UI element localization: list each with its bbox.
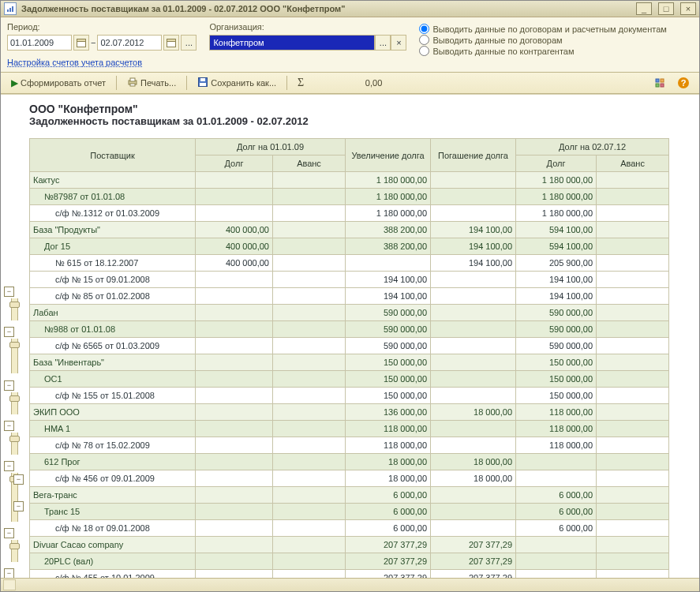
table-row[interactable]: №87987 от 01.01.081 180 000,001 180 000,… <box>30 189 669 205</box>
titlebar: Задолженность поставщикам за 01.01.2009 … <box>1 1 699 17</box>
collapse-toggle[interactable]: − <box>4 461 14 471</box>
params-panel: Период: 01.01.2009 − 02.07.2012 ... Орга… <box>1 17 699 58</box>
table-row[interactable]: ЭКИП ООО136 000,0018 000,00118 000,00 <box>30 404 669 421</box>
accounts-config-link[interactable]: Настройка счетов учета расчетов <box>7 58 142 67</box>
date-dash: − <box>91 38 95 47</box>
sum-display: 0,00 <box>311 78 388 88</box>
radio-by-counterparties-input[interactable] <box>419 46 429 56</box>
period-more-button[interactable]: ... <box>181 35 197 51</box>
table-row[interactable]: №988 от 01.01.08590 000,00590 000,00 <box>30 321 669 338</box>
table-row[interactable]: Вега-транс6 000,006 000,00 <box>30 487 669 504</box>
outline-thumb[interactable] <box>9 395 20 402</box>
col-debt-start: Долг на 01.01.09 <box>196 139 346 155</box>
report-body: ООО "Конфетпром" Задолженность поставщик… <box>1 95 699 578</box>
org-clear-button[interactable]: × <box>391 35 406 51</box>
save-button[interactable]: Сохранить как... <box>192 74 282 92</box>
radio-by-docs-input[interactable] <box>419 24 429 34</box>
table-row[interactable]: с/ф № 85 от 01.02.2008194 100,00194 100,… <box>30 288 669 305</box>
toolbar-sep <box>186 76 187 90</box>
outline-thumb[interactable] <box>9 436 20 442</box>
settings-icon <box>654 77 665 88</box>
date-to-input[interactable]: 02.07.2012 <box>97 35 162 51</box>
table-row[interactable]: Дог 15400 000,00388 200,00194 100,00594 … <box>30 238 669 255</box>
table-row[interactable]: HMA 1118 000,00118 000,00 <box>30 421 669 437</box>
collapse-toggle[interactable]: − <box>13 474 24 485</box>
collapse-toggle[interactable]: − <box>4 528 14 538</box>
report-viewport[interactable]: ООО "Конфетпром" Задолженность поставщик… <box>1 94 699 578</box>
org-label: Организация: <box>209 22 406 32</box>
outline-thumb[interactable] <box>9 342 20 348</box>
table-row[interactable]: с/ф № 6565 от 01.03.2009590 000,00590 00… <box>30 338 669 354</box>
app-icon <box>4 2 17 15</box>
table-row[interactable]: Транс 156 000,006 000,00 <box>30 504 669 520</box>
table-row[interactable]: с/ф № 18 от 09.01.20086 000,006 000,00 <box>30 520 669 537</box>
org-input[interactable]: Конфетпром <box>209 35 375 51</box>
report-table: Поставщик Долг на 01.01.09 Увеличение до… <box>29 138 669 578</box>
help-icon: ? <box>678 77 689 88</box>
run-report-button[interactable]: ▶ Сформировать отчет <box>6 74 111 92</box>
collapse-toggle[interactable]: − <box>4 327 14 337</box>
radio-by-contracts[interactable]: Выводить данные по договорам <box>419 35 666 45</box>
collapse-toggle[interactable]: − <box>13 501 24 511</box>
svg-rect-14 <box>661 79 664 82</box>
collapse-toggle[interactable]: − <box>4 287 14 297</box>
radio-by-docs[interactable]: Выводить данные по договорам и расчетным… <box>419 24 666 34</box>
col-debt-end-adv: Аванс <box>597 155 669 172</box>
col-debt-start-adv: Аванс <box>273 155 346 172</box>
col-debt-start-debt: Долг <box>196 155 273 172</box>
table-row[interactable]: База "Продукты"400 000,00388 200,00194 1… <box>30 222 669 238</box>
config-link-row: Настройка счетов учета расчетов <box>1 58 699 72</box>
table-row[interactable]: Кактус1 180 000,001 180 000,00 <box>30 172 669 189</box>
svg-rect-4 <box>77 39 86 42</box>
minimize-button[interactable]: _ <box>636 2 652 15</box>
table-row[interactable]: с/ф № 155 от 15.01.2008150 000,00150 000… <box>30 388 669 404</box>
table-row[interactable]: с/ф № 455 от 10.01.2009207 377,29207 377… <box>30 570 669 579</box>
table-row[interactable]: с/ф № 78 от 15.02.2009118 000,00118 000,… <box>30 437 669 454</box>
svg-rect-2 <box>12 6 13 12</box>
col-debt-end-debt: Долг <box>516 155 597 172</box>
svg-rect-8 <box>130 78 135 81</box>
svg-rect-15 <box>656 84 659 87</box>
maximize-button[interactable]: □ <box>658 2 674 15</box>
help-button[interactable]: ? <box>672 74 694 92</box>
col-decrease: Погашение долга <box>431 139 516 172</box>
print-button[interactable]: Печать... <box>122 74 182 92</box>
table-row[interactable]: ОС1150 000,00150 000,00 <box>30 371 669 388</box>
settings-button[interactable] <box>649 74 671 92</box>
radio-by-contracts-input[interactable] <box>419 35 429 45</box>
printer-icon <box>127 77 138 89</box>
collapse-toggle[interactable]: − <box>4 380 14 391</box>
table-row[interactable]: № 615 от 18.12.2007400 000,00194 100,002… <box>30 255 669 272</box>
table-row[interactable]: с/ф № 15 от 09.01.2008194 100,00194 100,… <box>30 272 669 288</box>
collapse-toggle[interactable]: − <box>4 421 14 431</box>
sigma-icon: Σ <box>298 77 304 89</box>
date-to-picker-button[interactable] <box>163 35 179 51</box>
table-row[interactable]: 20PLC (вал)207 377,29207 377,29 <box>30 553 669 570</box>
table-row[interactable]: Divuar Cacao company207 377,29207 377,29 <box>30 537 669 553</box>
org-select-button[interactable]: ... <box>375 35 391 51</box>
svg-rect-16 <box>661 84 664 87</box>
table-row[interactable]: с/ф №.1312 от 01.03.20091 180 000,001 18… <box>30 205 669 222</box>
col-increase: Увеличение долга <box>346 139 431 172</box>
svg-rect-9 <box>130 84 135 86</box>
close-button[interactable]: × <box>680 2 696 15</box>
window-title: Задолженность поставщикам за 01.01.2009 … <box>21 4 630 13</box>
table-row[interactable]: Лабан590 000,00590 000,00 <box>30 305 669 321</box>
collapse-toggle[interactable]: − <box>4 568 14 578</box>
svg-rect-0 <box>7 9 9 12</box>
date-from-picker-button[interactable] <box>73 35 89 51</box>
col-debt-end: Долг на 02.07.12 <box>516 139 669 155</box>
table-row[interactable]: с/ф № 456 от 09.01.200918 000,0018 000,0… <box>30 470 669 487</box>
scroll-left-button[interactable] <box>3 579 16 590</box>
period-field: Период: 01.01.2009 − 02.07.2012 ... <box>7 22 197 51</box>
svg-rect-13 <box>656 79 659 82</box>
radio-by-counterparties[interactable]: Выводить данные по контрагентам <box>419 46 666 56</box>
table-row[interactable]: База "Инвентарь"150 000,00150 000,00 <box>30 354 669 371</box>
statusbar <box>1 578 699 591</box>
table-row[interactable]: 612 Прог18 000,0018 000,00 <box>30 454 669 470</box>
svg-rect-6 <box>167 39 176 42</box>
sum-button[interactable]: Σ <box>292 74 309 92</box>
outline-thumb[interactable] <box>9 543 20 549</box>
outline-thumb[interactable] <box>9 302 20 308</box>
date-from-input[interactable]: 01.01.2009 <box>7 35 72 51</box>
